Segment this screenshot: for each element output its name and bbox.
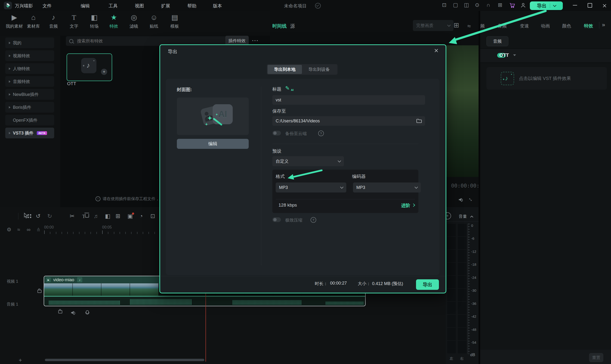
sidebar-item-newblue[interactable]: NewBlue插件 — [5, 89, 54, 100]
scopes-icon[interactable]: ≈ — [467, 23, 471, 29]
tab-animation-props[interactable]: 动画 — [541, 23, 550, 29]
add-text-icon[interactable]: T — [82, 213, 85, 220]
cover-preview[interactable]: AI — [177, 98, 249, 135]
sidebar-item-mine[interactable]: 我的 — [5, 38, 54, 48]
compress-help-icon[interactable]: ? — [310, 217, 316, 223]
dialog-export-button[interactable]: 导出 — [416, 279, 439, 290]
tab-video-props[interactable]: 视频 — [480, 23, 485, 29]
menu-file[interactable]: 文件 — [42, 3, 52, 9]
collapse-panel-icon[interactable]: » — [602, 22, 605, 28]
audio-mixer-icon[interactable]: ♬ — [93, 213, 99, 219]
audio-track-lock-icon[interactable] — [58, 310, 62, 313]
undo-icon[interactable]: ↺ — [36, 213, 40, 219]
snap-icon[interactable]: ≈ — [17, 227, 20, 232]
more-options-button[interactable]: ··· — [252, 38, 259, 44]
crop-icon[interactable]: ⊡ — [150, 213, 155, 219]
mask-icon[interactable]: ◧ — [105, 213, 110, 219]
advanced-arrow-icon[interactable] — [412, 204, 415, 207]
window-minimize-button[interactable] — [573, 5, 577, 5]
route-icon[interactable]: ⋔ — [36, 227, 40, 232]
tab-transition[interactable]: ◧ 转场 — [85, 14, 104, 29]
audio-track-mute-icon[interactable] — [71, 311, 75, 314]
search-input[interactable] — [77, 39, 211, 44]
format-dropdown[interactable]: MP3 — [276, 182, 346, 193]
tab-speed-props[interactable]: 变速 — [520, 23, 529, 29]
tab-text[interactable]: T 文字 — [65, 14, 83, 29]
sidebar-item-boris[interactable]: Boris插件 — [5, 102, 54, 113]
add-to-timeline-button[interactable]: + — [101, 69, 107, 75]
cover-edit-button[interactable]: 编辑 — [177, 139, 249, 149]
backup-cloud-toggle[interactable] — [272, 131, 281, 135]
export-dropdown-chevron-icon[interactable] — [553, 4, 556, 7]
preview-tab-timeline[interactable]: 时间线 — [272, 23, 287, 29]
preview-fullscreen-icon[interactable]: ↔ — [468, 195, 475, 202]
ai-pencil-icon[interactable]: ✎ — [285, 85, 290, 91]
save-icon[interactable]: ◫ — [464, 2, 469, 8]
support-headset-icon[interactable]: ∩ — [486, 2, 490, 8]
delete-icon[interactable] — [85, 214, 89, 218]
encoder-dropdown[interactable]: MP3 — [353, 182, 421, 193]
timeline-h-scrollbar[interactable] — [45, 359, 204, 361]
share-icon[interactable]: ⊙ — [475, 2, 479, 8]
redo-icon[interactable]: ↻ — [47, 213, 52, 219]
timeline-settings-gear-icon[interactable]: ⚙ — [7, 227, 12, 232]
export-title-input[interactable] — [272, 95, 425, 105]
tab-export-local[interactable]: 导出到本地 — [267, 65, 302, 74]
quality-dropdown[interactable]: 完整画质 — [413, 20, 453, 31]
screen-record-icon[interactable]: ▣ — [127, 213, 133, 219]
menu-tools[interactable]: 工具 — [109, 3, 118, 9]
sidebar-item-vst3[interactable]: VST3 插件 BETA — [5, 128, 54, 138]
tab-audio-props[interactable]: 音频 — [498, 23, 507, 29]
effect-card-ott[interactable]: ♪ + — [66, 53, 112, 81]
backup-help-icon[interactable]: ? — [318, 130, 324, 136]
window-close-button[interactable] — [602, 4, 607, 8]
menu-view[interactable]: 视图 — [135, 3, 144, 9]
menu-edit[interactable]: 编辑 — [81, 3, 90, 9]
link-clips-icon[interactable]: ∞ — [27, 227, 30, 232]
preview-mute-icon[interactable] — [459, 198, 463, 201]
tab-stock[interactable]: ⌂ 素材库 — [24, 14, 43, 29]
menu-version[interactable]: 版本 — [213, 3, 222, 9]
timeline-add-button[interactable]: + — [19, 357, 22, 364]
cart-icon[interactable] — [509, 2, 515, 9]
save-path-field[interactable]: C:/Users/86134/Videos — [272, 116, 425, 126]
clip-play-icon[interactable]: ▶ — [46, 277, 51, 282]
advanced-link[interactable]: 进阶 — [401, 203, 410, 209]
menu-help[interactable]: 帮助 — [187, 3, 196, 9]
tab-color-props[interactable]: 颜色 — [562, 23, 571, 29]
user-account-icon[interactable] — [520, 2, 526, 9]
split-scissors-icon[interactable]: ✂ — [70, 213, 74, 219]
tab-effects-props[interactable]: 特效 — [584, 23, 593, 29]
ott-dropdown-icon[interactable] — [513, 54, 516, 56]
window-maximize-button[interactable] — [588, 3, 592, 8]
tab-filters[interactable]: ◎ 滤镜 — [124, 14, 144, 29]
compress-toggle[interactable] — [272, 217, 281, 222]
preview-tab-source[interactable]: 源 — [290, 23, 295, 29]
folder-icon[interactable] — [416, 118, 422, 123]
tab-my-media[interactable]: ▶ 我的素材 — [5, 14, 24, 29]
video-track-lock-icon[interactable] — [38, 290, 41, 293]
render-queue-icon[interactable]: ⊡ — [442, 2, 446, 8]
sidebar-item-video-effects[interactable]: 视频特效 — [5, 50, 54, 61]
tab-stickers[interactable]: ☺ 贴纸 — [144, 14, 163, 29]
preview-layout-icon[interactable]: ⊞ — [453, 22, 459, 29]
audio-chip[interactable]: 音频 — [486, 36, 508, 46]
sidebar-item-person-effects[interactable]: 人物特效 — [5, 63, 54, 74]
tab-effects[interactable]: ★ 特效 — [104, 14, 123, 29]
workspace-grid-icon[interactable]: ⊞ — [498, 2, 502, 8]
meter-title[interactable]: 音量 — [459, 214, 467, 219]
select-tool-icon[interactable] — [23, 213, 29, 220]
vst-edit-box[interactable]: ♪ 点击以编辑 VST 插件效果 — [486, 67, 607, 90]
tab-export-device[interactable]: 导出到设备 — [302, 65, 336, 74]
sidebar-item-openfx[interactable]: OpenFX插件 — [5, 115, 54, 126]
device-icon[interactable]: ▢ — [453, 2, 458, 8]
export-button[interactable]: 导出 — [530, 1, 563, 10]
menu-extensions[interactable]: 扩展 — [161, 3, 170, 9]
audio-track-voiceover-icon[interactable] — [86, 310, 89, 314]
dialog-close-button[interactable] — [434, 48, 438, 53]
tab-templates[interactable]: ▤ 模板 — [165, 14, 184, 29]
tab-audio[interactable]: ♪ 音频 — [44, 14, 63, 29]
speed-icon[interactable]: ◔ — [139, 213, 143, 219]
preset-dropdown[interactable]: 自定义 — [272, 156, 344, 166]
add-marker-icon[interactable]: ⊞ — [116, 213, 120, 219]
